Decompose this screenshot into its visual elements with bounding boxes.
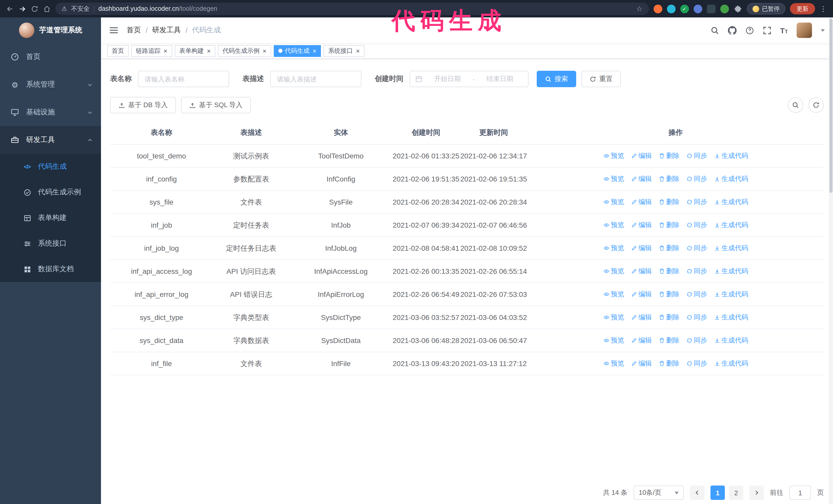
sidebar-item-devtools[interactable]: 研发工具 [0, 126, 101, 154]
font-size-icon[interactable]: TT [780, 26, 788, 34]
tab-tracer[interactable]: 链路追踪× [131, 45, 172, 57]
action-delete[interactable]: 删除 [659, 335, 680, 346]
action-delete[interactable]: 删除 [659, 358, 680, 369]
extension-check-icon[interactable]: ✓ [680, 4, 689, 13]
page-button-1[interactable]: 1 [711, 485, 725, 500]
back-button[interactable] [6, 5, 14, 13]
page-size-select[interactable]: 10条/页 [634, 485, 684, 500]
tab-home[interactable]: 首页 [107, 45, 129, 57]
sidebar-item-system[interactable]: ⚙系统管理 [0, 71, 101, 98]
extensions-puzzle-icon[interactable] [733, 4, 742, 13]
user-avatar[interactable] [796, 23, 812, 38]
scrollbar-thumb[interactable] [829, 19, 832, 193]
action-delete[interactable]: 删除 [659, 289, 680, 300]
hamburger-icon[interactable] [109, 26, 118, 35]
action-preview[interactable]: 预览 [603, 358, 624, 369]
action-edit[interactable]: 编辑 [631, 242, 652, 254]
prev-page-button[interactable] [690, 485, 704, 500]
action-sync[interactable]: 同步 [686, 242, 707, 254]
fullscreen-icon[interactable] [763, 26, 771, 34]
close-icon[interactable]: × [356, 47, 360, 54]
extension-dark-icon[interactable] [707, 4, 715, 13]
action-generate[interactable]: 生成代码 [714, 358, 748, 369]
action-edit[interactable]: 编辑 [631, 150, 652, 162]
reset-button[interactable]: 重置 [581, 71, 621, 87]
action-preview[interactable]: 预览 [603, 266, 624, 277]
next-page-button[interactable] [749, 485, 764, 500]
extension-people-icon[interactable] [693, 4, 702, 13]
action-sync[interactable]: 同步 [686, 150, 707, 162]
table-desc-input[interactable] [270, 71, 361, 87]
action-delete[interactable]: 删除 [659, 196, 680, 208]
action-preview[interactable]: 预览 [603, 150, 624, 162]
action-preview[interactable]: 预览 [603, 312, 624, 323]
paused-badge[interactable]: 已暂停 [747, 3, 785, 14]
sidebar-subitem-form-builder[interactable]: 表单构建 [0, 205, 101, 231]
url-bar[interactable]: ⚠ 不安全 dashboard.yudao.iocoder.cn/tool/co… [55, 3, 649, 15]
action-delete[interactable]: 删除 [659, 173, 680, 185]
sidebar-subitem-codegen[interactable]: </>代码生成 [0, 154, 101, 179]
action-generate[interactable]: 生成代码 [714, 196, 748, 208]
action-sync[interactable]: 同步 [686, 358, 707, 369]
action-edit[interactable]: 编辑 [631, 358, 652, 369]
action-sync[interactable]: 同步 [686, 312, 707, 323]
import-db-button[interactable]: 基于 DB 导入 [110, 97, 176, 113]
action-generate[interactable]: 生成代码 [714, 335, 748, 346]
action-edit[interactable]: 编辑 [631, 289, 652, 300]
sidebar-item-infra[interactable]: 基础设施 [0, 98, 101, 126]
action-edit[interactable]: 编辑 [631, 312, 652, 323]
date-range-picker[interactable]: 开始日期 - 结束日期 [410, 71, 528, 87]
bookmark-star-icon[interactable]: ☆ [636, 5, 643, 13]
action-preview[interactable]: 预览 [603, 219, 624, 231]
action-generate[interactable]: 生成代码 [714, 312, 748, 323]
action-edit[interactable]: 编辑 [631, 219, 652, 231]
action-generate[interactable]: 生成代码 [714, 173, 748, 185]
action-delete[interactable]: 删除 [659, 266, 680, 277]
import-sql-button[interactable]: 基于 SQL 导入 [181, 97, 251, 113]
action-edit[interactable]: 编辑 [631, 335, 652, 346]
browser-menu-icon[interactable]: ⋮ [820, 5, 827, 13]
forward-button[interactable] [19, 5, 26, 13]
app-logo[interactable]: 芋道管理系统 [0, 18, 101, 43]
close-icon[interactable]: × [164, 47, 167, 54]
action-sync[interactable]: 同步 [686, 173, 707, 185]
breadcrumb-item[interactable]: 研发工具 [152, 26, 181, 35]
action-sync[interactable]: 同步 [686, 289, 707, 300]
table-name-input[interactable] [138, 71, 229, 87]
sidebar-subitem-db-doc[interactable]: 数据库文档 [0, 256, 101, 282]
action-delete[interactable]: 删除 [659, 150, 680, 162]
action-delete[interactable]: 删除 [659, 219, 680, 231]
action-preview[interactable]: 预览 [603, 335, 624, 346]
search-icon[interactable] [710, 26, 719, 34]
action-edit[interactable]: 编辑 [631, 266, 652, 277]
sidebar-subitem-codegen-example[interactable]: 代码生成示例 [0, 179, 101, 205]
action-generate[interactable]: 生成代码 [714, 266, 748, 277]
github-icon[interactable] [728, 26, 736, 34]
home-button[interactable] [43, 5, 51, 13]
action-edit[interactable]: 编辑 [631, 173, 652, 185]
action-generate[interactable]: 生成代码 [714, 150, 748, 162]
browser-scrollbar[interactable] [829, 18, 833, 504]
action-sync[interactable]: 同步 [686, 196, 707, 208]
action-preview[interactable]: 预览 [603, 242, 624, 254]
tab-codegen-example[interactable]: 代码生成示例× [218, 45, 271, 57]
extension-leaf-icon[interactable] [720, 4, 729, 13]
extension-drop-icon[interactable] [667, 4, 675, 13]
search-button[interactable]: 搜索 [537, 71, 576, 87]
tab-api[interactable]: 系统接口× [324, 45, 364, 57]
close-icon[interactable]: × [313, 47, 316, 54]
action-preview[interactable]: 预览 [603, 289, 624, 300]
action-preview[interactable]: 预览 [603, 173, 624, 185]
action-edit[interactable]: 编辑 [631, 196, 652, 208]
extension-fox-icon[interactable] [653, 4, 662, 13]
action-generate[interactable]: 生成代码 [714, 242, 748, 254]
browser-update-button[interactable]: 更新 [790, 3, 815, 14]
action-sync[interactable]: 同步 [686, 266, 707, 277]
tab-form-builder[interactable]: 表单构建× [174, 45, 215, 57]
avatar-dropdown-icon[interactable] [821, 29, 825, 31]
action-generate[interactable]: 生成代码 [714, 219, 748, 231]
action-sync[interactable]: 同步 [686, 219, 707, 231]
sidebar-item-home[interactable]: 首页 [0, 43, 101, 71]
goto-page-input[interactable] [789, 485, 811, 500]
close-icon[interactable]: × [262, 47, 266, 54]
